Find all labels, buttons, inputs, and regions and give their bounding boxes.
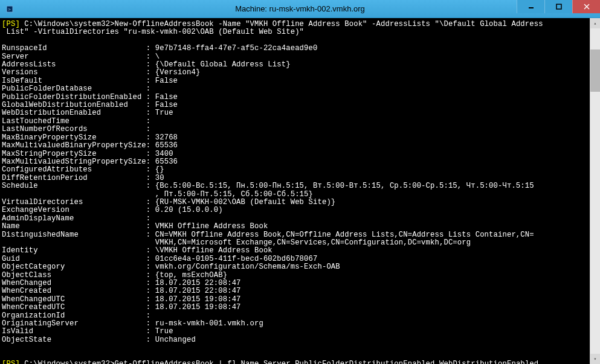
- minimize-button[interactable]: [517, 0, 544, 13]
- scroll-up-button[interactable]: ▴: [590, 18, 600, 28]
- scrollbar[interactable]: ▴ ▾: [590, 18, 600, 364]
- app-icon: >: [5, 4, 15, 14]
- terminal[interactable]: [PS] C:\Windows\system32>New-OfflineAddr…: [0, 18, 600, 364]
- window-controls: [517, 0, 600, 13]
- scrollbar-track[interactable]: [590, 28, 600, 354]
- titlebar: > Machine: ru-msk-vmkh-002.vmkh.org: [0, 0, 600, 18]
- close-button[interactable]: [572, 0, 600, 13]
- maximize-button[interactable]: [544, 0, 572, 13]
- scrollbar-thumb[interactable]: [590, 49, 600, 92]
- svg-text:>: >: [8, 7, 11, 12]
- terminal-content[interactable]: [PS] C:\Windows\system32>New-OfflineAddr…: [0, 18, 590, 364]
- scroll-down-button[interactable]: ▾: [590, 354, 600, 364]
- svg-rect-3: [556, 4, 561, 9]
- window-title: Machine: ru-msk-vmkh-002.vmkh.org: [235, 4, 365, 13]
